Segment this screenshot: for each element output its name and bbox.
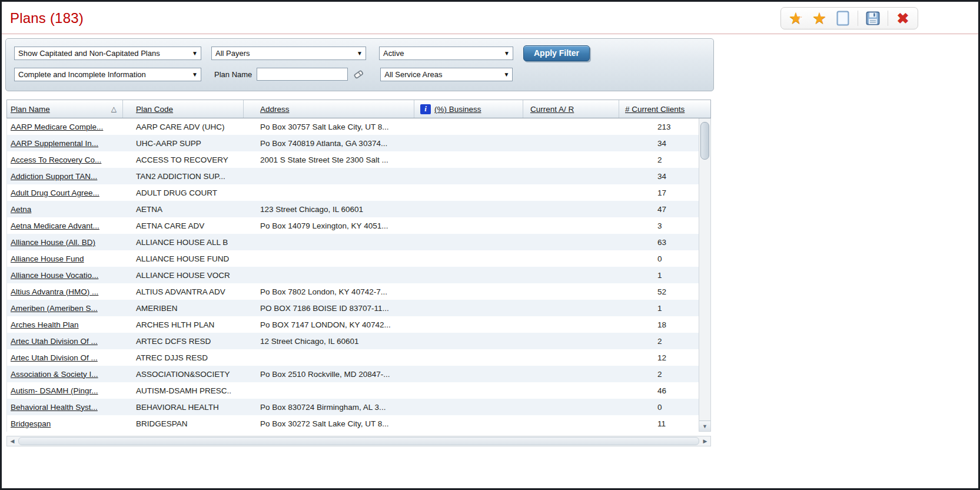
clients-cell: 2 <box>619 151 699 168</box>
current-clients-header-label[interactable]: # Current Clients <box>625 105 685 114</box>
chevron-down-icon: ▼ <box>503 71 509 78</box>
plan-name-link[interactable]: AARP Medicare Comple... <box>11 122 103 131</box>
payer-select-value: All Payers <box>215 49 250 58</box>
plan-type-select[interactable]: Show Capitated and Non-Capitated Plans ▼ <box>14 47 201 60</box>
plan-name-link[interactable]: Ameriben (Ameriben S... <box>11 304 98 313</box>
business-cell <box>414 399 523 415</box>
table-header-row: Plan Name △ Plan Code Address i (%) Busi… <box>6 100 711 118</box>
plan-name-link[interactable]: Addiction Support TAN... <box>11 172 97 181</box>
plan-name-input[interactable] <box>257 68 348 81</box>
plan-name-link[interactable]: Alliance House Vocatio... <box>11 271 98 280</box>
plan-name-link[interactable]: Aetna Medicare Advant... <box>11 221 99 230</box>
plan-name-cell: Bridgespan <box>7 415 123 432</box>
column-header-current-ar[interactable]: Current A/ R <box>523 100 619 118</box>
save-button[interactable] <box>864 9 882 27</box>
plan-code-cell: TAN2 ADDICTION SUP... <box>123 168 244 184</box>
info-icon[interactable]: i <box>420 104 431 114</box>
clients-cell: 63 <box>619 234 699 250</box>
plan-name-cell: Addiction Support TAN... <box>7 168 123 184</box>
plan-name-link[interactable]: Artec Utah Division Of ... <box>11 337 98 346</box>
column-header-current-clients[interactable]: # Current Clients <box>619 100 698 118</box>
plan-name-link[interactable]: Adult Drug Court Agree... <box>11 188 99 197</box>
plan-name-link[interactable]: Bridgespan <box>11 419 51 428</box>
scroll-right-button[interactable]: ▶ <box>700 436 710 446</box>
chevron-down-icon: ▼ <box>192 71 198 78</box>
arrow-down-icon: ▼ <box>702 423 707 429</box>
plan-code-cell: UHC-AARP SUPP <box>123 135 244 151</box>
plan-name-cell: Access To Recovery Co... <box>7 151 123 168</box>
clear-field-button[interactable] <box>353 69 364 80</box>
information-completeness-value: Complete and Incomplete Information <box>18 70 146 79</box>
plan-name-link[interactable]: Alliance House (All. BD) <box>11 238 95 247</box>
favorite-button[interactable]: ★ <box>810 9 828 27</box>
address-header-label[interactable]: Address <box>260 105 290 114</box>
plan-name-cell: Altius Advantra (HMO) ... <box>7 283 123 300</box>
address-cell <box>244 168 414 184</box>
horizontal-scrollbar[interactable]: ◀ ▶ <box>6 436 711 446</box>
plan-name-cell: AARP Supplemental In... <box>7 135 123 151</box>
business-cell <box>414 250 523 267</box>
plan-name-link[interactable]: Behavioral Health Syst... <box>11 403 98 412</box>
plan-code-cell: ARCHES HLTH PLAN <box>123 316 244 333</box>
filter-panel: Show Capitated and Non-Capitated Plans ▼… <box>5 38 714 91</box>
filter-row-2: Complete and Incomplete Information ▼ Pl… <box>11 67 709 81</box>
plan-name-cell: Adult Drug Court Agree... <box>7 184 123 201</box>
payer-select[interactable]: All Payers ▼ <box>211 47 366 60</box>
table-row: Artec Utah Division Of ...ARTEC DCFS RES… <box>7 333 699 349</box>
column-header-address[interactable]: Address <box>244 100 414 118</box>
plan-name-link[interactable]: Altius Advantra (HMO) ... <box>11 287 98 296</box>
current-ar-cell <box>523 201 619 217</box>
plan-name-link[interactable]: Alliance House Fund <box>11 254 84 263</box>
address-cell <box>244 267 414 283</box>
plan-name-link[interactable]: Artec Utah Division Of ... <box>11 353 98 362</box>
plan-code-header-label[interactable]: Plan Code <box>136 105 173 114</box>
information-completeness-select[interactable]: Complete and Incomplete Information ▼ <box>14 68 201 81</box>
address-cell: Po Box 14079 Lexington, KY 4051... <box>244 217 414 234</box>
table-row: Alliance House (All. BD)ALLIANCE HOUSE A… <box>7 234 699 250</box>
status-select[interactable]: Active ▼ <box>379 47 513 60</box>
plan-code-cell: ARTEC DCFS RESD <box>123 333 244 349</box>
scroll-down-button[interactable]: ▼ <box>699 421 710 431</box>
current-ar-cell <box>523 300 619 316</box>
plan-name-link[interactable]: Association & Society I... <box>11 370 98 379</box>
close-button[interactable]: ✖ <box>894 9 912 27</box>
business-header-label[interactable]: (%) Business <box>434 105 481 114</box>
current-ar-header-label[interactable]: Current A/ R <box>530 105 574 114</box>
address-cell: Po Box 30272 Salt Lake City, UT 8... <box>244 415 414 432</box>
service-area-select[interactable]: All Service Areas ▼ <box>380 68 513 81</box>
scroll-left-button[interactable]: ◀ <box>7 436 18 446</box>
clients-cell: 0 <box>619 399 699 415</box>
apply-filter-button[interactable]: Apply Filter <box>523 45 590 61</box>
plan-code-cell: AMERIBEN <box>123 300 244 316</box>
column-header-business[interactable]: i (%) Business <box>414 100 523 118</box>
chevron-down-icon: ▼ <box>357 50 363 57</box>
plan-code-cell: AARP CARE ADV (UHC) <box>123 118 244 135</box>
address-cell: Po Box 2510 Rockville, MD 20847-... <box>244 366 414 382</box>
plan-name-link[interactable]: Autism- DSAMH (Pingr... <box>11 386 98 395</box>
plan-name-cell: Aetna Medicare Advant... <box>7 217 123 234</box>
arrow-left-icon: ◀ <box>11 438 15 444</box>
horizontal-scrollbar-thumb[interactable] <box>18 437 699 445</box>
column-header-plan-name[interactable]: Plan Name △ <box>7 100 123 118</box>
new-document-button[interactable] <box>834 9 852 27</box>
filter-row-1: Show Capitated and Non-Capitated Plans ▼… <box>11 46 709 60</box>
vertical-scrollbar-thumb[interactable] <box>700 122 709 160</box>
plan-name-link[interactable]: Arches Health Plan <box>11 320 79 329</box>
plan-name-cell: Artec Utah Division Of ... <box>7 333 123 349</box>
current-ar-cell <box>523 250 619 267</box>
plan-name-header-label[interactable]: Plan Name <box>11 105 50 114</box>
vertical-scrollbar[interactable]: ▼ <box>699 118 711 432</box>
column-header-plan-code[interactable]: Plan Code <box>123 100 244 118</box>
current-ar-cell <box>523 234 619 250</box>
plan-name-link[interactable]: Aetna <box>11 205 31 214</box>
plan-name-link[interactable]: Access To Recovery Co... <box>11 155 101 164</box>
plan-code-cell: ALLIANCE HOUSE VOCR <box>123 267 244 283</box>
business-cell <box>414 168 523 184</box>
current-ar-cell <box>523 415 619 432</box>
add-favorite-button[interactable]: ★ + <box>787 9 805 27</box>
table-row: AetnaAETNA123 Street Chicago, IL 6060147 <box>7 201 699 217</box>
plan-type-select-value: Show Capitated and Non-Capitated Plans <box>18 49 160 58</box>
plan-name-link[interactable]: AARP Supplemental In... <box>11 139 98 148</box>
plan-code-cell: AETNA <box>123 201 244 217</box>
plan-name-cell: Alliance House Vocatio... <box>7 267 123 283</box>
